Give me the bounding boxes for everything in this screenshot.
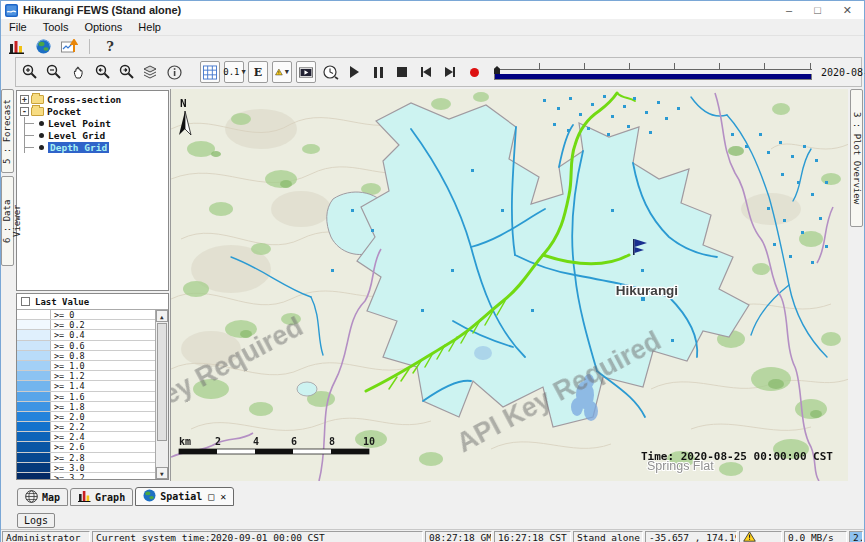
map-time-label: Time: 2020-08-25 00:00:00 CST — [641, 450, 833, 463]
slider-tick — [539, 63, 540, 70]
legend-row-label: >= 2.8 — [51, 453, 85, 462]
timeseries-dialog-button[interactable] — [59, 36, 79, 58]
tab-plot-overview[interactable]: 3 : Plot Overview — [850, 89, 863, 227]
scroll-down-icon[interactable]: ▼ — [156, 467, 168, 479]
legend-swatch — [17, 341, 51, 350]
zoom-next-icon — [118, 64, 135, 80]
tree-item-label: Pocket — [47, 106, 81, 117]
logs-button[interactable]: Logs — [17, 513, 55, 528]
grid-value-combo[interactable]: 0.1 ▼ — [224, 61, 244, 83]
zoom-out-button[interactable] — [44, 61, 64, 83]
map-canvas[interactable]: API Key Required API Key Required Hikura… — [171, 89, 848, 481]
tree-expander-icon[interactable]: - — [20, 107, 29, 116]
help-button[interactable]: ? — [100, 36, 120, 58]
tab-graph[interactable]: Graph — [70, 488, 133, 506]
pause-button[interactable] — [368, 61, 388, 83]
legend-row: >= 0.8 — [17, 351, 155, 361]
scroll-up-icon[interactable]: ▲ — [156, 310, 168, 322]
map-display-button[interactable] — [33, 36, 53, 58]
menu-item-options[interactable]: Options — [76, 20, 130, 34]
legend-swatch — [17, 432, 51, 441]
legend-row: >= 2.8 — [17, 453, 155, 463]
step-back-button[interactable] — [416, 61, 436, 83]
animation-button[interactable] — [296, 61, 316, 83]
record-button[interactable] — [464, 61, 484, 83]
legend-row-label: >= 2.6 — [51, 442, 85, 451]
node-dot-icon — [39, 121, 44, 126]
zoom-in-icon — [22, 64, 38, 80]
time-slider[interactable] — [494, 61, 812, 83]
tab-forecast[interactable]: 5 : Forecast — [1, 89, 14, 173]
info-icon — [167, 65, 182, 80]
last-value-label: Last Value — [35, 297, 89, 307]
tree-item-pocket[interactable]: -Pocket — [17, 105, 168, 117]
legend-swatch — [17, 330, 51, 339]
legend-row: >= 2.2 — [17, 422, 155, 432]
legend-row-label: >= 3.2 — [51, 473, 85, 479]
data-display-button[interactable] — [7, 36, 27, 58]
last-value-checkbox[interactable] — [21, 297, 30, 306]
node-dot-icon — [39, 133, 44, 138]
slider-tick — [764, 63, 765, 70]
legend-row-label: >= 0.4 — [51, 330, 85, 339]
step-forward-button[interactable] — [440, 61, 460, 83]
grid-toggle-button[interactable] — [200, 61, 220, 83]
chart-arrow-icon — [61, 39, 78, 55]
legend-row: >= 0.4 — [17, 330, 155, 340]
tab-restore-button[interactable]: □ — [208, 491, 214, 502]
set-time-button[interactable] — [320, 61, 340, 83]
step-forward-icon — [445, 67, 455, 77]
menu-item-tools[interactable]: Tools — [35, 20, 77, 34]
tree-item-cross-section[interactable]: +Cross-section — [17, 93, 168, 105]
app-logo-icon — [5, 4, 18, 17]
zoom-next-button[interactable] — [116, 61, 136, 83]
status-mode: Stand alone — [573, 531, 643, 542]
status-throughput: 0.0 MB/s — [784, 531, 847, 542]
map-viewport[interactable]: API Key Required API Key Required Hikura… — [171, 89, 848, 481]
legend-row-label: >= 2.0 — [51, 412, 85, 421]
tab-spatial[interactable]: Spatial□✕ — [135, 487, 234, 506]
tab-close-button[interactable]: ✕ — [220, 491, 226, 502]
legend-row-label: >= 1.0 — [51, 361, 85, 370]
tree-item-depth-grid[interactable]: Depth Grid — [17, 141, 168, 153]
menu-item-help[interactable]: Help — [130, 20, 169, 34]
maximize-button[interactable]: □ — [814, 4, 821, 17]
legend-row-label: >= 1.6 — [51, 392, 85, 401]
legend-toggle-button[interactable]: E — [248, 61, 268, 83]
folder-icon — [31, 95, 44, 104]
zoom-in-button[interactable] — [20, 61, 40, 83]
app-window: Hikurangi FEWS (Stand alone) – □ ✕ FileT… — [0, 0, 865, 542]
legend-row-label: >= 1.4 — [51, 381, 85, 390]
legend-row-label: >= 2.4 — [51, 432, 85, 441]
play-button[interactable] — [344, 61, 364, 83]
tab-data-viewer[interactable]: 6 : Data Viewer — [1, 176, 14, 266]
scroll-thumb[interactable] — [157, 323, 167, 441]
legend-scrollbar[interactable]: ▲ ▼ — [155, 310, 168, 479]
info-button[interactable] — [164, 61, 184, 83]
folder-icon — [31, 107, 44, 116]
status-memory: 2.5 GB — [849, 531, 863, 542]
close-button[interactable]: ✕ — [843, 4, 852, 17]
svg-text:N: N — [180, 97, 187, 110]
zoom-previous-button[interactable] — [92, 61, 112, 83]
chevron-down-icon: ▼ — [242, 68, 246, 76]
thresholds-button[interactable]: ▼ — [272, 61, 292, 83]
town-label: Hikurangi — [616, 283, 678, 298]
status-user-label: Administrator — [6, 532, 80, 542]
pond-polygon — [297, 382, 317, 396]
tree-item-level-grid[interactable]: Level Grid — [17, 129, 168, 141]
legend-row: >= 3.2 — [17, 473, 155, 479]
layers-button[interactable] — [140, 61, 160, 83]
menu-item-file[interactable]: File — [1, 20, 35, 34]
stop-button[interactable] — [392, 61, 412, 83]
left-tab-strip: 5 : Forecast 6 : Data Viewer — [1, 89, 15, 481]
svg-text:4: 4 — [253, 436, 259, 447]
legend-swatch — [17, 442, 51, 451]
tab-map[interactable]: Map — [17, 488, 68, 506]
pan-button[interactable] — [68, 61, 88, 83]
minimize-button[interactable]: – — [786, 4, 792, 17]
tree-item-level-point[interactable]: Level Point — [17, 117, 168, 129]
tree-expander-icon[interactable]: + — [20, 95, 29, 104]
legend-swatch — [17, 463, 51, 472]
legend-row-label: >= 0.8 — [51, 351, 85, 360]
